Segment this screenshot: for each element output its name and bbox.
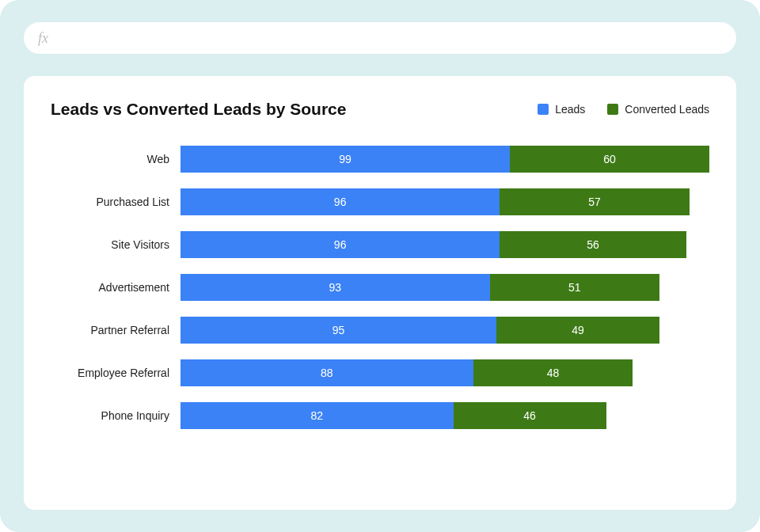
bar-segment-converted: 46: [454, 402, 606, 429]
bar-segment-converted: 57: [500, 188, 689, 215]
bar-track: 9960: [180, 146, 709, 173]
bar-segment-converted: 49: [496, 317, 659, 344]
bar-segment-leads: 95: [180, 317, 496, 344]
category-label: Advertisement: [51, 281, 180, 294]
category-label: Purchased List: [51, 196, 180, 208]
bar-track: 8246: [180, 402, 709, 429]
bar-segment-leads: 88: [180, 359, 473, 386]
bar-track: 9351: [180, 274, 709, 301]
chart-body: Web9960Purchased List9657Site Visitors96…: [51, 141, 709, 489]
category-label: Partner Referral: [51, 324, 180, 336]
formula-bar[interactable]: fx: [24, 22, 736, 54]
bar-segment-leads: 99: [180, 146, 510, 173]
legend-item-converted: Converted Leads: [607, 103, 709, 116]
legend-swatch-converted: [607, 104, 618, 115]
chart-card: Leads vs Converted Leads by Source Leads…: [24, 76, 736, 510]
bar-segment-leads: 96: [180, 231, 500, 258]
bar-segment-converted: 60: [510, 146, 709, 173]
category-label: Web: [51, 153, 180, 165]
category-label: Phone Inquiry: [51, 409, 180, 422]
category-label: Employee Referral: [51, 367, 180, 379]
chart-legend: Leads Converted Leads: [538, 103, 709, 116]
bar-segment-converted: 51: [490, 274, 659, 301]
chart-row: Advertisement9351: [51, 274, 709, 301]
bar-segment-converted: 56: [500, 231, 686, 258]
bar-track: 9657: [180, 188, 709, 215]
chart-row: Purchased List9657: [51, 188, 709, 215]
app-backdrop: fx Leads vs Converted Leads by Source Le…: [0, 0, 760, 532]
legend-swatch-leads: [538, 104, 549, 115]
chart-row: Partner Referral9549: [51, 317, 709, 344]
legend-label-leads: Leads: [555, 103, 585, 116]
fx-icon: fx: [38, 30, 48, 47]
chart-row: Employee Referral8848: [51, 359, 709, 386]
bar-track: 8848: [180, 359, 709, 386]
category-label: Site Visitors: [51, 238, 180, 251]
chart-header: Leads vs Converted Leads by Source Leads…: [51, 100, 709, 119]
bar-segment-leads: 82: [180, 402, 454, 429]
chart-row: Site Visitors9656: [51, 231, 709, 258]
legend-label-converted: Converted Leads: [625, 103, 709, 116]
chart-title: Leads vs Converted Leads by Source: [51, 100, 346, 119]
bar-segment-leads: 96: [180, 188, 500, 215]
bar-track: 9549: [180, 317, 709, 344]
bar-track: 9656: [180, 231, 709, 258]
chart-row: Web9960: [51, 146, 709, 173]
bar-segment-converted: 48: [473, 359, 633, 386]
bar-segment-leads: 93: [180, 274, 490, 301]
legend-item-leads: Leads: [538, 103, 585, 116]
chart-row: Phone Inquiry8246: [51, 402, 709, 429]
